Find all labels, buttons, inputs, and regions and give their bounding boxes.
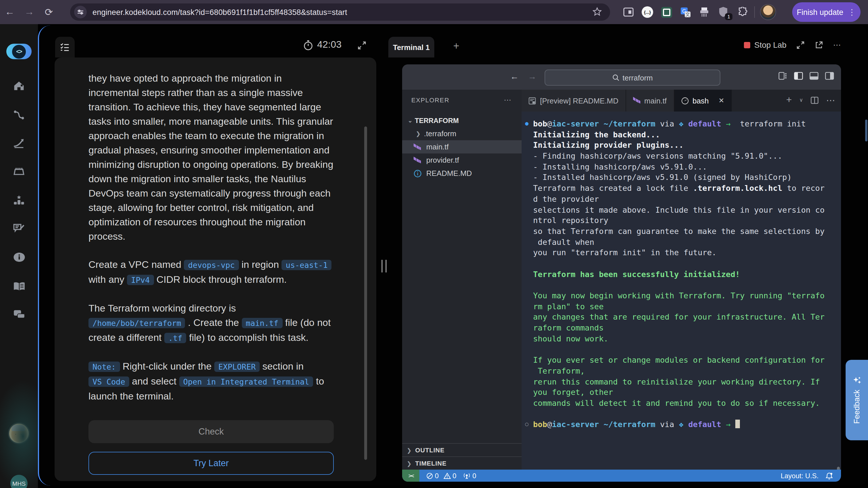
browser-profile-avatar[interactable] — [760, 4, 776, 20]
green-extension-icon[interactable] — [659, 5, 673, 19]
bookmark-star-icon[interactable] — [592, 7, 602, 17]
file-tree: ⌄TERRAFORM❯.terraformmain.tfprovider.tfR… — [402, 114, 522, 180]
task-list-tab[interactable] — [55, 37, 75, 57]
toggle-sidebar-icon[interactable] — [794, 72, 803, 80]
terminal-line — [522, 408, 841, 419]
terminal-profile-chevron-icon[interactable]: ∨ — [799, 97, 803, 103]
sidebar-item-learning-path[interactable] — [0, 109, 38, 121]
warnings-count: 0 — [453, 471, 456, 480]
tree-item-README-MD[interactable]: README.MD — [402, 167, 522, 180]
lab-timer: 42:03 — [303, 39, 342, 51]
site-settings-icon[interactable] — [74, 6, 87, 19]
back-icon[interactable]: ← — [0, 6, 20, 18]
sidebar-item-docs[interactable] — [0, 280, 38, 293]
finish-update-label: Finish update — [797, 8, 843, 17]
tree-item-main-tf[interactable]: main.tf — [402, 140, 522, 153]
vscode-status-bar: >< 0 0 0 Layout: U.S. — [402, 469, 841, 482]
user-initials-badge[interactable]: MHS — [0, 475, 38, 488]
terminal-menu-kebab-icon[interactable]: ⋯ — [833, 40, 841, 50]
sidebar-item-home[interactable] — [0, 79, 38, 92]
editor-tab-actions: + ∨ ⋯ — [786, 94, 835, 106]
toggle-secondary-sidebar-icon[interactable] — [825, 72, 834, 80]
check-button[interactable]: Check — [89, 420, 334, 443]
search-value: terraform — [622, 73, 653, 82]
toggle-panel-icon[interactable] — [809, 72, 818, 80]
translate-extension-icon[interactable]: G文 — [678, 5, 692, 19]
sidebar-item-progress[interactable] — [0, 137, 38, 149]
sidebar-item-info[interactable] — [0, 251, 38, 264]
page-scrollbar[interactable] — [865, 120, 867, 141]
terminal-output[interactable]: ●bob@iac-server ~/terraform via ❖ defaul… — [522, 112, 841, 469]
open-in-new-icon[interactable] — [814, 40, 823, 49]
editor-more-kebab-icon[interactable]: ⋯ — [826, 94, 835, 106]
terminal-line: Initializing the backend... — [522, 129, 841, 140]
editor-tab-main-tf[interactable]: main.tf — [626, 90, 674, 112]
tree-item--terraform[interactable]: ❯.terraform — [402, 127, 522, 140]
new-terminal-tab-button[interactable]: + — [453, 40, 459, 52]
stopwatch-icon — [303, 39, 313, 50]
tree-root-folder[interactable]: ⌄TERRAFORM — [402, 114, 522, 127]
ports-count: 0 — [472, 471, 476, 480]
finish-update-button[interactable]: Finish update ⋮ — [792, 2, 861, 22]
notifications-bell-icon[interactable] — [826, 471, 833, 480]
shield-extension-icon[interactable]: 1 — [716, 5, 730, 19]
try-later-button[interactable]: Try Later — [89, 452, 334, 475]
terminal-line: any changes that are required for your i… — [522, 312, 841, 322]
sidebar-item-community[interactable] — [0, 308, 38, 321]
new-terminal-plus-icon[interactable]: + — [786, 94, 792, 106]
search-icon — [612, 74, 619, 81]
ports-status[interactable]: 0 — [463, 471, 476, 480]
terminal-line: ●bob@iac-server ~/terraform via ❖ defaul… — [522, 118, 841, 129]
finish-update-menu-icon[interactable]: ⋮ — [848, 7, 856, 17]
terminal-line: You may now begin working with Terraform… — [522, 290, 841, 301]
terminal-line: selections it made above. Include this f… — [522, 204, 841, 215]
editor-tab-bash[interactable]: bash✕ — [674, 90, 732, 112]
remote-indicator-icon[interactable]: >< — [402, 469, 420, 482]
side-panel-icon[interactable] — [622, 5, 636, 19]
user-memoji-avatar[interactable] — [0, 423, 38, 444]
terminal-line: Terraform, — [522, 366, 841, 376]
terminal-line: you forget, other — [522, 387, 841, 398]
split-editor-icon[interactable] — [811, 96, 818, 104]
sidebar-item-labs[interactable] — [0, 165, 38, 178]
url-text: engineer.kodekloud.com/task?id=680b691f1… — [92, 8, 347, 17]
task-paragraph: Create a VPC named devops-vpc in region … — [89, 258, 334, 287]
sidebar-item-leaderboard[interactable] — [0, 194, 38, 206]
terminal-line: rm plan" to see — [522, 301, 841, 312]
printer-extension-icon[interactable] — [698, 5, 711, 19]
kodekloud-logo[interactable]: <> — [0, 44, 38, 59]
vscode-titlebar: ← → terraform — [402, 64, 841, 90]
stop-icon — [744, 42, 750, 48]
forward-icon[interactable]: → — [20, 6, 39, 18]
vscode-search-box[interactable]: terraform — [545, 69, 720, 86]
terminal-line: raform commands — [522, 322, 841, 333]
vscode-back-icon[interactable]: ← — [510, 71, 519, 81]
explorer-actions-kebab-icon[interactable]: ··· — [504, 95, 511, 104]
inline-code: Open in Integrated Terminal — [179, 376, 313, 387]
terminal-line: ○bob@iac-server ~/terraform via ❖ defaul… — [522, 419, 841, 430]
panel-resize-handle[interactable] — [381, 260, 386, 272]
address-bar[interactable]: engineer.kodekloud.com/task?id=680b691f1… — [70, 3, 610, 21]
vscode-forward-icon[interactable]: → — [528, 71, 536, 81]
section-outline[interactable]: ❯OUTLINE — [402, 443, 522, 456]
svg-text:文: 文 — [685, 12, 690, 17]
feedback-button[interactable]: Feedback — [846, 360, 868, 440]
sidebar-item-feedback-notes[interactable] — [0, 222, 38, 234]
close-tab-icon[interactable]: ✕ — [719, 96, 724, 105]
keyboard-layout-status[interactable]: Layout: U.S. — [781, 471, 818, 480]
problems-status[interactable]: 0 0 — [426, 471, 456, 480]
terminal-tab-1[interactable]: Terminal 1 — [388, 37, 434, 57]
tree-item-provider-tf[interactable]: provider.tf — [402, 153, 522, 167]
editor-tab--preview-readme-md[interactable]: [Preview] README.MD — [522, 90, 626, 112]
section-timeline[interactable]: ❯TIMELINE — [402, 456, 522, 469]
stop-lab-button[interactable]: Stop Lab — [744, 40, 786, 50]
braces-extension-icon[interactable]: {...} — [641, 5, 654, 19]
task-scrollbar[interactable] — [364, 126, 367, 460]
terminal-expand-icon[interactable] — [796, 40, 805, 49]
reload-icon[interactable]: ⟳ — [39, 6, 59, 18]
extensions-puzzle-icon[interactable] — [735, 5, 749, 19]
customize-layout-icon[interactable] — [778, 72, 787, 80]
task-expand-icon[interactable] — [357, 41, 367, 50]
terminal-line — [522, 344, 841, 355]
task-text: they have opted to approach the migratio… — [89, 71, 334, 417]
